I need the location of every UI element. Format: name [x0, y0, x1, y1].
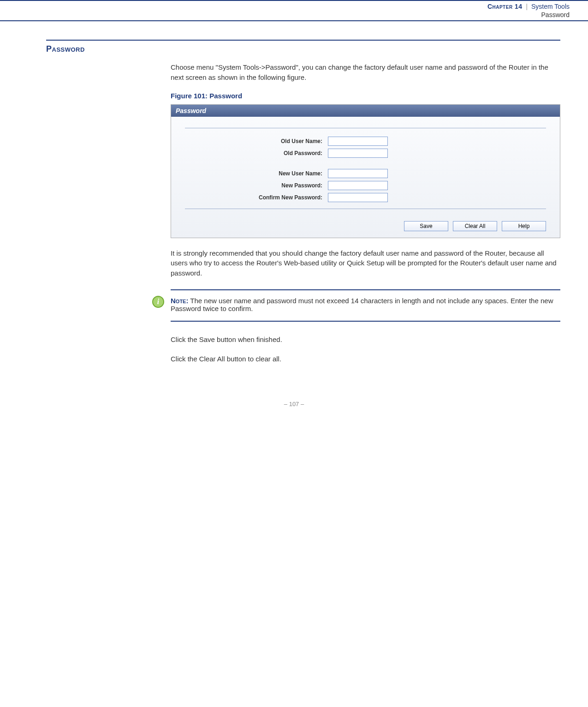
- info-icon: i: [152, 296, 164, 308]
- chapter-label: Chapter 14: [487, 3, 523, 10]
- row-confirm-pass: Confirm New Password:: [185, 193, 546, 202]
- label-old-pass: Old Password:: [185, 150, 328, 156]
- panel-body: Old User Name: Old Password: New User Na…: [171, 117, 560, 238]
- row-new-user: New User Name:: [185, 169, 546, 178]
- content-area: Password Choose menu "System Tools->Pass…: [0, 21, 588, 382]
- button-row: Save Clear All Help: [185, 217, 546, 231]
- clear-all-button[interactable]: Clear All: [453, 221, 497, 231]
- page-footer: – 107 –: [0, 382, 588, 417]
- router-password-panel: Password Old User Name: Old Password:: [171, 104, 560, 238]
- input-new-pass[interactable]: [328, 181, 388, 190]
- input-old-pass[interactable]: [328, 149, 388, 158]
- note-text: Note: The new user name and password mus…: [171, 297, 560, 312]
- section-title: Password: [46, 44, 560, 54]
- save-hint: Click the Save button when finished.: [171, 335, 560, 345]
- help-button[interactable]: Help: [502, 221, 546, 231]
- page-header: Chapter 14 | System Tools Password: [0, 0, 588, 21]
- input-old-user[interactable]: [328, 137, 388, 146]
- intro-paragraph: Choose menu "System Tools->Password", yo…: [171, 62, 560, 83]
- chapter-line: Chapter 14 | System Tools: [0, 3, 570, 10]
- note-label: Note:: [171, 297, 188, 305]
- note-block: i Note: The new user name and password m…: [171, 289, 560, 322]
- panel-header: Password: [171, 105, 560, 117]
- input-new-user[interactable]: [328, 169, 388, 178]
- section-rule: [46, 40, 560, 41]
- body-column: Choose menu "System Tools->Password", yo…: [171, 62, 560, 364]
- label-old-user: Old User Name:: [185, 138, 328, 144]
- save-button[interactable]: Save: [404, 221, 448, 231]
- label-new-pass: New Password:: [185, 182, 328, 189]
- form-group-new: New User Name: New Password: Confirm New…: [185, 169, 546, 202]
- label-confirm-pass: Confirm New Password:: [185, 194, 328, 201]
- panel-divider-bottom: [185, 209, 546, 209]
- clear-hint: Click the Clear All button to clear all.: [171, 354, 560, 364]
- chapter-separator: |: [526, 3, 528, 10]
- chapter-title: System Tools: [531, 3, 570, 10]
- row-old-pass: Old Password:: [185, 149, 546, 158]
- label-new-user: New User Name:: [185, 170, 328, 177]
- header-subtitle: Password: [0, 11, 570, 18]
- panel-divider-top: [185, 128, 546, 128]
- note-body: The new user name and password must not …: [171, 297, 553, 312]
- recommendation-paragraph: It is strongly recommended that you shou…: [171, 248, 560, 278]
- row-old-user: Old User Name:: [185, 137, 546, 146]
- figure-caption: Figure 101: Password: [171, 92, 560, 100]
- input-confirm-pass[interactable]: [328, 193, 388, 202]
- row-new-pass: New Password:: [185, 181, 546, 190]
- form-group-old: Old User Name: Old Password:: [185, 137, 546, 158]
